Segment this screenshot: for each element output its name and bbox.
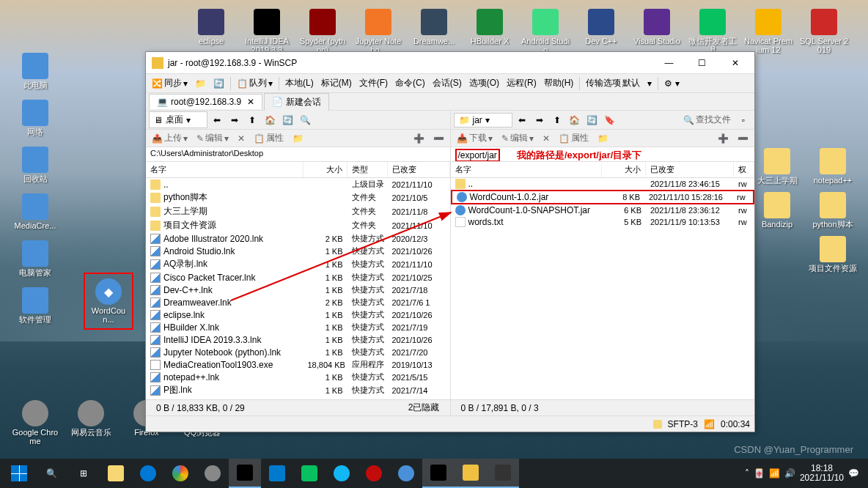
file-row[interactable]: notepad++.lnk1 KB快捷方式2021/5/15 (146, 371, 450, 383)
taskview-button[interactable]: ⊞ (67, 459, 100, 488)
right-col-date[interactable]: 已改变 (646, 162, 734, 177)
close-button[interactable]: ✕ (718, 53, 751, 73)
file-row[interactable]: WordCount-1.0-SNAPSHOT.jar6 KB2021/11/8 … (451, 204, 755, 216)
winscp-task[interactable] (455, 459, 487, 488)
desktop-icon[interactable]: 大三上学期 (752, 148, 802, 185)
desktop-icon[interactable]: Jupyter Notebo... (353, 9, 403, 54)
left-plus-button[interactable]: ➕ (411, 132, 427, 145)
right-fwd-button[interactable]: ➡ (532, 113, 548, 127)
left-find-button[interactable]: 🔍 (297, 113, 313, 127)
left-back-button[interactable]: ⬅ (209, 113, 225, 127)
menu-local[interactable]: 本地(L) (282, 75, 317, 91)
right-delete-button[interactable]: ✕ (540, 132, 553, 145)
left-col-date[interactable]: 已改变 (388, 162, 450, 177)
file-row[interactable]: IntelliJ IDEA 2019.3.3.lnk1 KB快捷方式2021/1… (146, 333, 450, 346)
wechat-task[interactable] (293, 459, 326, 488)
desktop-icon[interactable]: Dreamwe... (409, 9, 459, 54)
desktop-icon[interactable] (752, 236, 802, 273)
right-props-button[interactable]: 📋属性 (556, 130, 592, 146)
wordcount-desktop-icon[interactable]: ◆ WordCoun... (84, 273, 133, 330)
left-col-size[interactable]: 大小 (304, 162, 347, 177)
left-up-button[interactable]: ⬆ (244, 113, 260, 127)
maximize-button[interactable]: ☐ (685, 53, 718, 73)
find-files-button[interactable]: 🔍查找文件 (680, 112, 734, 127)
desktop-icon[interactable]: HBuilder X (465, 9, 515, 54)
minimize-button[interactable]: — (652, 53, 685, 73)
browse-button[interactable]: 📁 (192, 77, 209, 90)
intellij-task[interactable] (422, 459, 455, 488)
left-folder-dropdown[interactable]: 🖥 桌面 ▾ (149, 111, 207, 128)
notifications-button[interactable]: 💬 (848, 468, 859, 478)
settings-button[interactable]: ⚙ ▾ (661, 77, 682, 90)
terminal-task[interactable] (487, 459, 519, 488)
upload-button[interactable]: 📤上传 ▾ (149, 130, 191, 146)
desktop-icon[interactable]: 软件管理 (10, 287, 60, 324)
menu-remote[interactable]: 远程(R) (504, 75, 540, 91)
desktop-icon[interactable]: Visual Studio (632, 9, 682, 54)
search-button[interactable]: 🔍 (35, 459, 67, 488)
right-path[interactable]: /export/jar (455, 149, 500, 162)
right-edit-button[interactable]: ✎编辑 ▾ (499, 130, 537, 146)
right-col-size[interactable]: 大小 (602, 162, 646, 177)
right-back-button[interactable]: ⬅ (514, 113, 530, 127)
right-minus-button[interactable]: ➖ (735, 132, 751, 145)
right-terminal-button[interactable]: ▫ (735, 113, 751, 127)
menu-session[interactable]: 会话(S) (430, 75, 465, 91)
desktop-icon[interactable]: 项目文件资源 (808, 236, 858, 273)
settings-task[interactable] (196, 459, 229, 488)
sync-button[interactable]: 🔀 同步 ▾ (149, 75, 191, 91)
left-refresh-button[interactable]: 🔄 (279, 113, 295, 127)
menu-help[interactable]: 帮助(H) (541, 75, 577, 91)
new-session-tab[interactable]: 📄 新建会话 (264, 93, 329, 111)
titlebar[interactable]: jar - root@192.168.3.9 - WinSCP — ☐ ✕ (146, 52, 754, 74)
left-fwd-button[interactable]: ➡ (227, 113, 243, 127)
file-row[interactable]: P图.lnk1 KB快捷方式2021/7/14 (146, 383, 450, 397)
file-row[interactable]: HBuilder X.lnk1 KB快捷方式2021/7/19 (146, 321, 450, 333)
file-row[interactable]: words.txt5 KB2021/11/9 10:13:53rw (451, 216, 755, 228)
left-home-button[interactable]: 🏠 (262, 113, 278, 127)
start-button[interactable] (3, 459, 35, 488)
file-row[interactable]: python脚本文件夹2021/10/5 (146, 191, 450, 204)
left-delete-button[interactable]: ✕ (235, 132, 248, 145)
desktop-icon[interactable]: 回收站 (10, 147, 60, 183)
desktop-icon[interactable]: SQL Server 2019 (799, 9, 849, 54)
music-task[interactable] (358, 459, 390, 488)
right-up-button[interactable]: ⬆ (549, 113, 565, 127)
tray-volume-icon[interactable]: 🔊 (784, 468, 795, 478)
right-bookmark-button[interactable]: 🔖 (602, 113, 618, 127)
desktop-icon[interactable]: 电脑管家 (10, 240, 60, 277)
explorer-task[interactable] (100, 459, 132, 488)
qq-task[interactable] (326, 459, 358, 488)
transfer-dropdown[interactable]: ▾ (644, 77, 655, 90)
desktop-icon[interactable]: python脚本 (808, 192, 858, 229)
file-row[interactable]: WordCount-1.0.2.jar8 KB2021/11/10 15:28:… (451, 190, 755, 204)
file-row[interactable]: MediaCreationTool1903.exe18,804 KB应用程序20… (146, 358, 450, 371)
desktop-icon[interactable]: IntelliJ IDEA 2019.3.3 (242, 9, 292, 54)
desktop-icon[interactable]: Android Studio (521, 9, 570, 54)
left-path[interactable]: C:\Users\Administrator\Desktop (146, 147, 450, 162)
file-row[interactable]: Jupyter Notebook (python).lnk1 KB快捷方式202… (146, 346, 450, 358)
left-col-type[interactable]: 类型 (347, 162, 388, 177)
desktop-icon[interactable]: Navicat Premium 12 (743, 9, 793, 54)
session-tab-active[interactable]: 💻 root@192.168.3.9 ✕ (149, 94, 262, 109)
desktop-icon[interactable]: eclipse (186, 9, 236, 54)
tray-chevron-icon[interactable]: ˄ (745, 468, 749, 478)
desktop-icon[interactable]: Google Chrome (10, 400, 60, 446)
left-minus-button[interactable]: ➖ (430, 132, 447, 145)
right-plus-button[interactable]: ➕ (715, 132, 732, 145)
desktop-icon[interactable]: MediaCre... (10, 193, 60, 230)
chrome-task[interactable] (164, 459, 196, 488)
vscode-task[interactable] (261, 459, 293, 488)
left-col-name[interactable]: 名字 (146, 162, 304, 177)
desktop-icon[interactable]: 网易云音乐 (66, 400, 116, 446)
menu-mark[interactable]: 标记(M) (318, 75, 355, 91)
right-home-button[interactable]: 🏠 (567, 113, 583, 127)
menu-options[interactable]: 选项(O) (466, 75, 502, 91)
right-col-perm[interactable]: 权 (734, 162, 754, 177)
edge-task[interactable] (132, 459, 164, 488)
queue-button[interactable]: 📋 队列 ▾ (234, 75, 276, 91)
desktop-icon[interactable]: Spyder (python) (298, 9, 347, 54)
tray-input-icon[interactable]: 🀄 (754, 468, 765, 478)
right-folder-dropdown[interactable]: 📁 jar ▾ (454, 113, 512, 127)
desktop-icon[interactable]: 此电脑 (10, 53, 60, 89)
